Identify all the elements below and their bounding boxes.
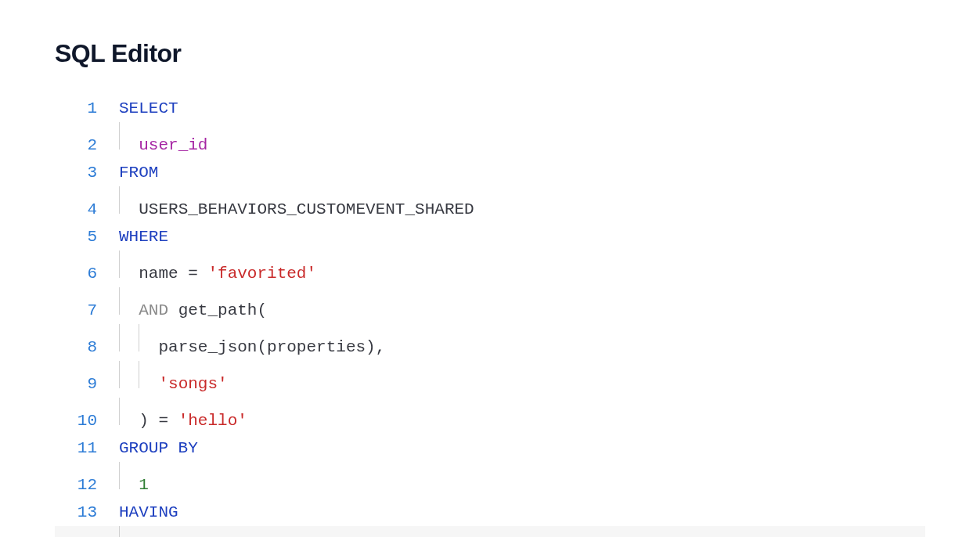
keyword-having: HAVING — [119, 499, 178, 526]
line-number: 2 — [55, 132, 119, 159]
code-line[interactable]: 12 1 — [55, 462, 925, 499]
keyword-groupby: GROUP BY — [119, 434, 198, 462]
code-line[interactable]: 10 ) = 'hello' — [55, 398, 925, 434]
function-call: get_path( — [168, 297, 267, 324]
number-literal: 1 — [139, 471, 149, 499]
line-number: 5 — [55, 223, 119, 250]
operator: = — [178, 260, 208, 287]
keyword-select: SELECT — [119, 95, 178, 122]
line-number: 4 — [55, 196, 119, 223]
code-line[interactable]: 7 AND get_path( — [55, 287, 925, 324]
code-line[interactable]: 2 user_id — [55, 122, 925, 159]
code-line[interactable]: 3 FROM — [55, 159, 925, 186]
code-line[interactable]: 13 HAVING — [55, 499, 925, 526]
string-literal: 'hello' — [178, 407, 247, 434]
line-number: 10 — [55, 407, 119, 434]
line-number: 7 — [55, 297, 119, 324]
line-number: 3 — [55, 159, 119, 186]
code-line[interactable]: 8 parse_json(properties), — [55, 324, 925, 361]
page-title: SQL Editor — [55, 39, 925, 68]
line-number: 6 — [55, 260, 119, 287]
line-number: 8 — [55, 333, 119, 361]
code-line[interactable]: 4 USERS_BEHAVIORS_CUSTOMEVENT_SHARED — [55, 186, 925, 223]
keyword-where: WHERE — [119, 223, 168, 250]
identifier: user_id — [139, 132, 207, 159]
table-name: USERS_BEHAVIORS_CUSTOMEVENT_SHARED — [139, 196, 474, 223]
line-number: 13 — [55, 499, 119, 526]
operator: = — [149, 407, 178, 434]
code-line[interactable]: 5 WHERE — [55, 223, 925, 250]
string-literal: 'favorited' — [207, 260, 316, 287]
line-number: 11 — [55, 434, 119, 462]
column-name: name — [139, 260, 178, 287]
code-line[interactable]: 6 name = 'favorited' — [55, 250, 925, 287]
line-number: 9 — [55, 370, 119, 398]
keyword-from: FROM — [119, 159, 158, 186]
line-number: 1 — [55, 95, 119, 122]
code-line[interactable]: 11 GROUP BY — [55, 434, 925, 462]
function-call: parse_json(properties), — [158, 333, 385, 361]
sql-editor[interactable]: 1 SELECT 2 user_id 3 FROM 4 USERS_BEHAVI… — [55, 95, 925, 537]
keyword-and: AND — [139, 297, 168, 324]
paren-close: ) — [139, 407, 149, 434]
code-line[interactable]: 9 'songs' — [55, 361, 925, 398]
code-line[interactable]: 1 SELECT — [55, 95, 925, 122]
line-number: 12 — [55, 471, 119, 499]
string-literal: 'songs' — [158, 370, 227, 398]
code-line-active[interactable]: 14 COUNT(*) > 3; — [55, 526, 925, 537]
